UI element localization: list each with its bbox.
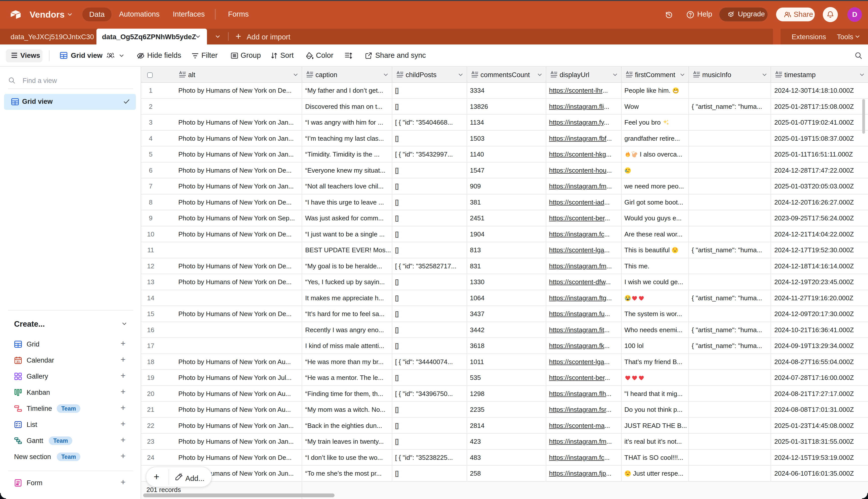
svg-text:31: 31	[16, 360, 20, 364]
